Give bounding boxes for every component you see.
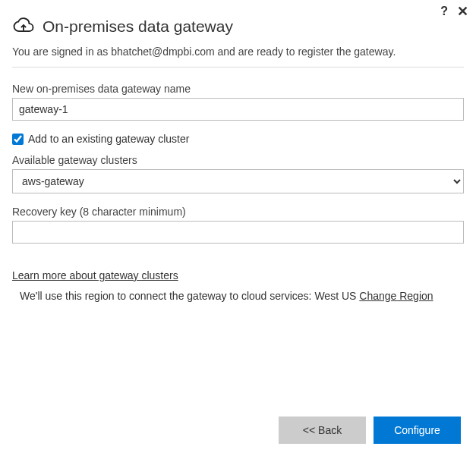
change-region-link[interactable]: Change Region xyxy=(359,290,433,302)
title-row: On-premises data gateway xyxy=(0,0,476,46)
region-prefix: We'll use this region to connect the gat… xyxy=(20,290,314,302)
add-cluster-label: Add to an existing gateway cluster xyxy=(28,133,189,145)
back-button[interactable]: << Back xyxy=(279,417,366,444)
region-value: West US xyxy=(314,290,359,302)
add-cluster-checkbox[interactable] xyxy=(12,134,24,145)
signin-email: bhatchet@dmpbi.com xyxy=(111,46,214,58)
available-clusters-label: Available gateway clusters xyxy=(12,154,464,166)
configure-button[interactable]: Configure xyxy=(374,417,461,444)
gateway-name-label: New on-premises data gateway name xyxy=(12,83,464,95)
subtitle-suffix: and are ready to register the gateway. xyxy=(215,46,396,58)
cloud-upload-icon xyxy=(12,14,35,39)
close-icon[interactable]: ✕ xyxy=(457,5,468,18)
subtitle-prefix: You are signed in as xyxy=(12,46,111,58)
signin-status: You are signed in as bhatchet@dmpbi.com … xyxy=(0,46,476,67)
gateway-name-input[interactable] xyxy=(12,98,464,121)
region-info: We'll use this region to connect the gat… xyxy=(12,290,464,302)
help-icon[interactable]: ? xyxy=(440,5,448,18)
learn-more-link[interactable]: Learn more about gateway clusters xyxy=(12,269,178,281)
page-title: On-premises data gateway xyxy=(43,17,233,36)
available-clusters-select[interactable]: aws-gateway xyxy=(12,169,464,193)
divider xyxy=(12,67,464,68)
recovery-key-input[interactable] xyxy=(12,221,464,244)
recovery-key-label: Recovery key (8 character minimum) xyxy=(12,206,464,218)
